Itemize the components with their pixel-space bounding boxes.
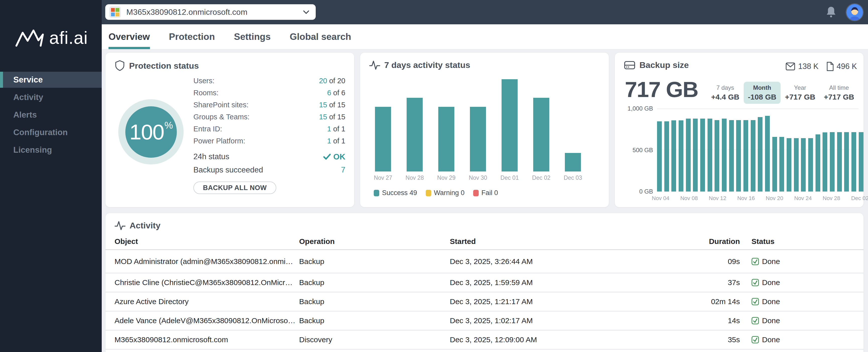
backup-bar: [693, 118, 698, 191]
period-label: Year: [785, 84, 815, 91]
bar-column: [431, 74, 462, 172]
period-delta: +717 GB: [785, 93, 815, 101]
period-tab-year[interactable]: Year+717 GB: [781, 82, 819, 104]
backup-bar: [830, 132, 835, 191]
cell-started: Dec 3, 2025, 1:02:17 AM: [450, 316, 682, 325]
y-tick-label: 1,000 GB: [618, 105, 653, 112]
file-counter: 496 K: [826, 62, 857, 71]
backups-succeeded-label: Backups succeeded: [193, 166, 263, 175]
tab-label: Global search: [290, 32, 351, 42]
envelope-icon: [786, 63, 795, 70]
x-tick-label: Nov 28: [823, 195, 840, 202]
seven-days-bar-chart: [367, 74, 589, 172]
legend-item-warning: Warning 0: [426, 189, 465, 197]
column-header-started: Started: [450, 237, 682, 246]
x-tick-label: Nov 20: [766, 195, 783, 202]
backup-counters: 138 K 496 K: [786, 62, 857, 71]
tab-overview[interactable]: Overview: [108, 24, 150, 49]
card-title: 7 days activity status: [384, 60, 470, 70]
pulse-icon: [115, 220, 126, 231]
table-row[interactable]: Christie Cline (ChristieC@M365x38090812.…: [105, 273, 864, 292]
protection-percent-donut: 100 %: [118, 99, 184, 165]
success-bar: [565, 153, 581, 172]
bar-column: [399, 74, 431, 172]
backup-bar: [722, 118, 726, 191]
backup-bar: [859, 132, 864, 191]
backup-total-size: 717 GB: [625, 77, 698, 102]
table-row[interactable]: M365x38090812.onmicrosoft.comDiscoveryDe…: [105, 330, 864, 350]
cell-started: Dec 3, 2025, 3:26:44 AM: [450, 257, 682, 266]
table-row[interactable]: MOD Administrator (admin@M365x38090812.o…: [105, 250, 864, 273]
sidebar-item-alerts[interactable]: Alerts: [0, 106, 102, 124]
table-row[interactable]: Azure Active DirectoryBackupDec 3, 2025,…: [105, 292, 864, 311]
backup-bar: [837, 132, 842, 191]
x-tick-label: Dec 01: [494, 175, 525, 181]
stat-value: 15 of 15: [319, 101, 345, 109]
backup-bar: [808, 138, 813, 191]
period-delta: +717 GB: [824, 93, 854, 101]
backup-bar: [844, 132, 849, 191]
success-bar: [407, 98, 423, 172]
legend-label: Fail 0: [482, 189, 498, 197]
stat-protected-count: 1: [327, 125, 331, 133]
tab-label: Settings: [234, 32, 271, 42]
backup-bar: [851, 132, 856, 191]
status-24h-row: 24h status OK: [193, 151, 345, 163]
sidebar-item-service[interactable]: Service: [0, 72, 102, 88]
cell-object: Adele Vance (AdeleV@M365x38090812.OnMicr…: [115, 316, 299, 325]
x-tick-label: Nov 30: [462, 175, 494, 181]
sidebar-item-licensing[interactable]: Licensing: [0, 141, 102, 159]
backup-bar: [794, 138, 799, 191]
column-header-duration: Duration: [682, 237, 740, 246]
sidebar-item-label: Licensing: [13, 145, 52, 155]
stat-value: 15 of 15: [319, 113, 345, 121]
backup-bar: [664, 121, 669, 191]
backup-bar: [736, 120, 741, 191]
backup-bar: [772, 137, 777, 191]
backup-bar: [679, 120, 683, 191]
backup-bar: [657, 121, 662, 191]
tab-protection[interactable]: Protection: [169, 24, 215, 49]
status-text: Done: [762, 257, 780, 266]
stat-total-count: of 20: [327, 77, 345, 85]
protection-stat-row: Users:20 of 20: [193, 75, 345, 87]
backup-bar-chart: [657, 109, 864, 191]
tenant-selector[interactable]: M365x38090812.onmicrosoft.com: [105, 4, 316, 20]
period-delta: -108 GB: [748, 93, 776, 101]
tab-label: Overview: [108, 32, 150, 42]
check-icon: [323, 153, 331, 160]
cell-started: Dec 3, 2025, 1:59:59 AM: [450, 278, 682, 287]
sidebar-item-configuration[interactable]: Configuration: [0, 124, 102, 141]
success-bar: [375, 107, 391, 172]
activity-status-title-row: 7 days activity status: [369, 60, 470, 70]
bar-column: [525, 74, 557, 172]
user-avatar[interactable]: [846, 4, 863, 21]
logo[interactable]: afi.ai: [14, 27, 102, 49]
tab-settings[interactable]: Settings: [234, 24, 271, 49]
period-tab-7-days[interactable]: 7 days+4.4 GB: [707, 82, 744, 104]
backup-all-now-button[interactable]: BACKUP ALL NOW: [193, 181, 276, 194]
column-header-object: Object: [115, 237, 299, 246]
stat-protected-count: 20: [319, 77, 327, 85]
seven-days-x-labels: Nov 27Nov 28Nov 29Nov 30Dec 01Dec 02Dec …: [367, 175, 589, 181]
cell-operation: Backup: [299, 316, 450, 325]
sidebar-item-activity[interactable]: Activity: [0, 89, 102, 106]
backup-size-card: Backup size 138 K 496 K: [615, 52, 864, 207]
x-tick-label: Dec 02: [525, 175, 557, 181]
tab-global-search[interactable]: Global search: [290, 24, 351, 49]
table-row[interactable]: Adele Vance (AdeleV@M365x38090812.OnMicr…: [105, 311, 864, 330]
legend-label: Success 49: [382, 189, 417, 197]
period-tab-month[interactable]: Month-108 GB: [744, 82, 781, 104]
backup-bar: [815, 134, 820, 191]
stat-protected-count: 15: [319, 101, 327, 109]
protection-stat-row: Rooms:6 of 6: [193, 87, 345, 99]
backup-bar: [729, 120, 734, 191]
status-text: Done: [762, 316, 780, 325]
cell-status: Done: [740, 336, 858, 344]
notifications-bell-icon[interactable]: [825, 6, 837, 19]
period-tab-all-time[interactable]: All time+717 GB: [819, 82, 859, 104]
status-text: Done: [762, 278, 780, 287]
stat-protected-count: 15: [319, 113, 327, 121]
backup-bar: [751, 120, 755, 191]
legend-label: Warning 0: [434, 189, 465, 197]
